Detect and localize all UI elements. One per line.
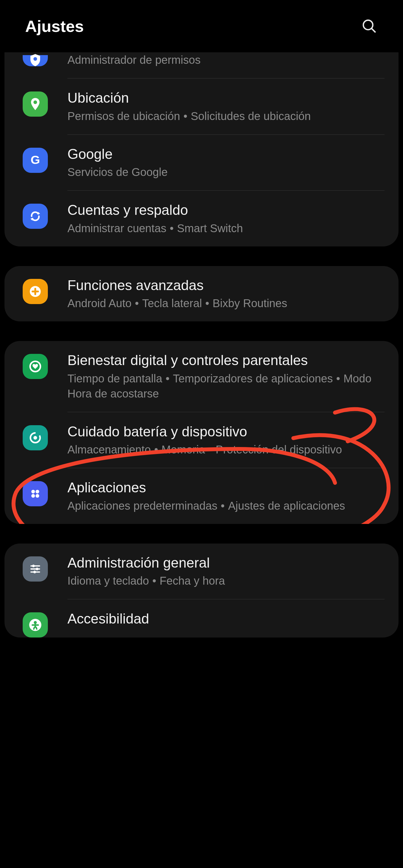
settings-item-title: Cuidado batería y dispositivo [67, 423, 384, 441]
svg-point-0 [363, 20, 373, 30]
pin-icon [23, 91, 48, 117]
subtitle-part: Solicitudes de ubicación [191, 110, 311, 122]
settings-item-subtitle: Almacenamiento•Memoria•Protección del di… [67, 442, 384, 457]
subtitle-part: Fecha y hora [160, 575, 225, 587]
separator-dot: • [221, 500, 225, 512]
separator-dot: • [135, 297, 139, 309]
settings-item-title: Funciones avanzadas [67, 277, 384, 294]
settings-item-apps[interactable]: AplicacionesAplicaciones predeterminadas… [4, 468, 399, 524]
settings-item-subtitle: Android Auto•Tecla lateral•Bixby Routine… [67, 296, 384, 311]
settings-item-wellbeing[interactable]: Bienestar digital y controles parentales… [4, 341, 399, 412]
subtitle-part: Administrar cuentas [67, 222, 166, 235]
ring-dot-icon [23, 425, 48, 451]
settings-group: Funciones avanzadasAndroid Auto•Tecla la… [4, 266, 399, 322]
subtitle-part: Aplicaciones predeterminadas [67, 500, 218, 512]
sync-icon [23, 204, 48, 229]
settings-item-title: Accesibilidad [67, 610, 384, 628]
subtitle-part: Temporizadores de aplicaciones [173, 372, 333, 384]
settings-item-title: Google [67, 146, 384, 163]
settings-item-title: Cuentas y respaldo [67, 202, 384, 219]
app-header: Ajustes [0, 0, 403, 52]
settings-item-subtitle: Tiempo de pantalla•Temporizadores de apl… [67, 371, 384, 401]
search-icon [361, 18, 377, 34]
separator-dot: • [205, 297, 209, 309]
separator-dot: • [208, 443, 212, 456]
subtitle-part: Smart Switch [177, 222, 243, 235]
subtitle-part: Android Auto [67, 297, 132, 309]
settings-item-subtitle: Permisos de ubicación•Solicitudes de ubi… [67, 108, 384, 124]
settings-item-subtitle: Administrador de permisos [67, 52, 384, 67]
separator-dot: • [170, 222, 174, 235]
subtitle-part: Idioma y teclado [67, 575, 149, 587]
subtitle-part: Administrador de permisos [67, 54, 201, 66]
settings-item-text: Funciones avanzadasAndroid Auto•Tecla la… [67, 277, 384, 311]
shield-icon [23, 55, 48, 66]
settings-item-general[interactable]: Administración generalIdioma y teclado•F… [4, 544, 399, 599]
subtitle-part: Memoria [162, 443, 205, 456]
settings-item-subtitle: Servicios de Google [67, 164, 384, 180]
settings-item-devicecare[interactable]: Cuidado batería y dispositivoAlmacenamie… [4, 412, 399, 468]
settings-item-text: GoogleServicios de Google [67, 146, 384, 180]
settings-item-subtitle: Administrar cuentas•Smart Switch [67, 221, 384, 236]
settings-item-title: Aplicaciones [67, 479, 384, 497]
subtitle-part: Bixby Routines [213, 297, 287, 309]
separator-dot: • [152, 575, 156, 587]
google-icon [23, 148, 48, 173]
settings-item-text: Administración generalIdioma y teclado•F… [67, 554, 384, 589]
separator-dot: • [154, 443, 158, 456]
settings-item-advanced[interactable]: Funciones avanzadasAndroid Auto•Tecla la… [4, 266, 399, 322]
svg-line-1 [371, 28, 376, 32]
settings-item-title: Ubicación [67, 89, 384, 107]
plus-icon [23, 279, 48, 304]
subtitle-part: Ajustes de aplicaciones [228, 500, 345, 512]
subtitle-part: Servicios de Google [67, 166, 168, 178]
apps-icon [23, 481, 48, 506]
settings-item-subtitle: Idioma y teclado•Fecha y hora [67, 573, 384, 588]
subtitle-part: Tiempo de pantalla [67, 372, 162, 384]
search-button[interactable] [361, 18, 378, 35]
settings-group: Bienestar digital y controles parentales… [4, 341, 399, 524]
subtitle-part: Permisos de ubicación [67, 110, 180, 122]
subtitle-part: Almacenamiento [67, 443, 151, 456]
settings-item-text: AplicacionesAplicaciones predeterminadas… [67, 479, 384, 513]
settings-item-location[interactable]: UbicaciónPermisos de ubicación•Solicitud… [4, 79, 399, 134]
settings-item-title: Bienestar digital y controles parentales [67, 352, 384, 369]
settings-group: Administrador de permisosUbicaciónPermis… [4, 52, 399, 246]
settings-item-google[interactable]: GoogleServicios de Google [4, 135, 399, 190]
settings-item-privacy[interactable]: Administrador de permisos [4, 52, 399, 78]
settings-item-title: Administración general [67, 554, 384, 572]
separator-dot: • [166, 372, 170, 384]
settings-item-accessibility[interactable]: Accesibilidad [4, 599, 399, 638]
separator-dot: • [183, 110, 187, 122]
settings-item-accounts[interactable]: Cuentas y respaldoAdministrar cuentas•Sm… [4, 191, 399, 246]
settings-item-text: Cuidado batería y dispositivoAlmacenamie… [67, 423, 384, 457]
sliders-icon [23, 556, 48, 582]
person-icon [23, 612, 48, 638]
settings-item-subtitle: Aplicaciones predeterminadas•Ajustes de … [67, 498, 384, 513]
settings-item-text: Bienestar digital y controles parentales… [67, 352, 384, 401]
heart-ring-icon [23, 354, 48, 379]
settings-item-text: Accesibilidad [67, 610, 384, 629]
subtitle-part: Tecla lateral [142, 297, 202, 309]
subtitle-part: Protección del dispositivo [216, 443, 342, 456]
settings-group: Administración generalIdioma y teclado•F… [4, 544, 399, 638]
settings-item-text: Administrador de permisos [67, 52, 384, 67]
settings-item-text: UbicaciónPermisos de ubicación•Solicitud… [67, 89, 384, 124]
settings-item-text: Cuentas y respaldoAdministrar cuentas•Sm… [67, 202, 384, 236]
separator-dot: • [336, 372, 340, 384]
settings-list: Administrador de permisosUbicaciónPermis… [0, 52, 403, 638]
page-title: Ajustes [25, 17, 84, 35]
